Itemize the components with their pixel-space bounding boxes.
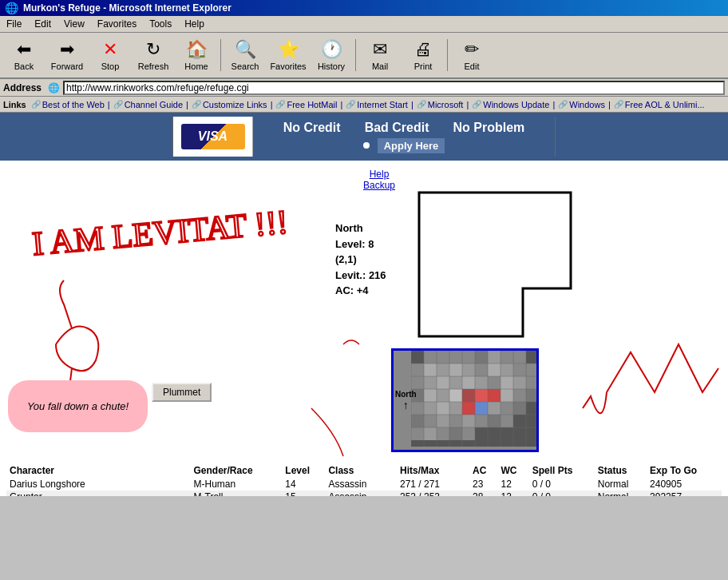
svg-rect-49 (411, 415, 424, 427)
back-button[interactable]: ⬅ Back (3, 34, 45, 76)
link-icon-6: 🔗 (417, 100, 426, 109)
plummet-container: Plummet (152, 383, 212, 402)
edit-button[interactable]: ✏ Edit (451, 34, 493, 76)
svg-rect-42 (437, 402, 449, 415)
svg-rect-8 (500, 351, 513, 363)
table-row: GruntorM-Troll15Assassin253 / 25328130 /… (6, 491, 722, 496)
col-header-gender-race: Gender/Race (191, 463, 283, 478)
svg-rect-17 (500, 363, 513, 376)
backup-link[interactable]: Backup (363, 180, 395, 191)
svg-rect-32 (437, 389, 449, 402)
ad-banner[interactable]: VISA No Credit Bad Credit No Problem App… (0, 113, 728, 161)
svg-rect-23 (449, 376, 462, 389)
edit-icon: ✏ (465, 39, 479, 60)
table-cell: 240905 (647, 478, 722, 491)
link-hotmail[interactable]: 🔗 Free HotMail (275, 100, 337, 109)
home-button[interactable]: 🏠 Home (176, 34, 217, 76)
svg-rect-33 (449, 389, 462, 402)
link-icon-5: 🔗 (346, 100, 355, 109)
link-icon-8: 🔗 (558, 100, 568, 109)
ad-inner: VISA No Credit Bad Credit No Problem App… (172, 117, 556, 157)
link-free-aol[interactable]: 🔗 Free AOL & Unlimi... (614, 100, 705, 109)
message-text: You fall down a chute! (27, 400, 129, 412)
address-label: Address (3, 82, 42, 93)
ad-text: No Credit Bad Credit No Problem Apply He… (253, 117, 555, 157)
svg-rect-25 (475, 376, 488, 389)
home-icon: 🏠 (186, 39, 208, 60)
svg-rect-56 (500, 415, 513, 427)
mail-button[interactable]: ✉ Mail (359, 34, 401, 76)
links-label: Links (3, 100, 26, 109)
north-arrow-icon: ↑ (403, 399, 409, 411)
title-bar: 🌐 Murkon's Refuge - Microsoft Internet E… (0, 0, 728, 16)
svg-rect-24 (462, 376, 475, 389)
svg-rect-18 (513, 363, 526, 376)
link-microsoft[interactable]: 🔗 Microsoft (417, 100, 464, 109)
menu-help[interactable]: Help (181, 18, 208, 30)
col-header-exp: Exp To Go (647, 463, 722, 478)
svg-rect-13 (449, 363, 462, 376)
svg-rect-39 (526, 389, 539, 402)
svg-rect-7 (488, 351, 500, 363)
history-button[interactable]: 🕐 History (311, 34, 352, 76)
favorites-icon: ⭐ (278, 39, 299, 60)
link-channel-guide[interactable]: 🔗 Channel Guide (113, 100, 183, 109)
table-cell: M-Human (191, 478, 283, 491)
print-icon: 🖨 (414, 39, 432, 60)
print-button[interactable]: 🖨 Print (402, 34, 444, 76)
help-link[interactable]: Help (363, 169, 395, 180)
address-input[interactable] (63, 81, 725, 95)
history-icon: 🕐 (321, 39, 342, 60)
svg-rect-37 (500, 389, 513, 402)
svg-rect-16 (488, 363, 500, 376)
separator-2 (355, 39, 356, 71)
svg-rect-38 (513, 389, 526, 402)
svg-rect-4 (449, 351, 462, 363)
stop-icon: ✕ (103, 39, 117, 60)
link-internet-start[interactable]: 🔗 Internet Start (346, 100, 408, 109)
svg-rect-31 (424, 389, 437, 402)
toolbar: ⬅ Back ➡ Forward ✕ Stop ↻ Refresh 🏠 Home… (0, 33, 728, 79)
svg-rect-47 (500, 402, 513, 415)
col-header-character: Character (6, 463, 191, 478)
link-icon-7: 🔗 (472, 100, 481, 109)
table-cell: 292257 (647, 491, 722, 496)
ad-dot (363, 142, 370, 149)
link-customize[interactable]: 🔗 Customize Links (192, 100, 267, 109)
link-windows[interactable]: 🔗 Windows (558, 100, 605, 109)
link-windows-update[interactable]: 🔗 Windows Update (472, 100, 549, 109)
col-header-wc: WC (497, 463, 528, 478)
ad-text-top: No Credit Bad Credit No Problem (283, 121, 525, 135)
char-level: Level: 8 (335, 236, 386, 252)
svg-rect-51 (437, 415, 449, 427)
search-button[interactable]: 🔍 Search (224, 34, 266, 76)
links-bar: Links 🔗 Best of the Web | 🔗 Channel Guid… (0, 97, 728, 113)
svg-rect-12 (437, 363, 449, 376)
plummet-button[interactable]: Plummet (152, 383, 212, 402)
mail-icon: ✉ (373, 39, 387, 60)
svg-rect-19 (526, 363, 539, 376)
svg-rect-28 (513, 376, 526, 389)
ad-apply-text[interactable]: Apply Here (378, 138, 445, 153)
menu-file[interactable]: File (3, 18, 25, 30)
menu-view[interactable]: View (61, 18, 88, 30)
refresh-button[interactable]: ↻ Refresh (133, 34, 174, 76)
menu-edit[interactable]: Edit (31, 18, 54, 30)
svg-rect-22 (437, 376, 449, 389)
svg-rect-3 (437, 351, 449, 363)
table-cell: Assassin (325, 478, 397, 491)
characters-table: Character Gender/Race Level Class Hits/M… (6, 463, 722, 496)
svg-rect-15 (475, 363, 488, 376)
table-cell: Assassin (325, 491, 397, 496)
svg-rect-20 (411, 376, 424, 389)
forward-button[interactable]: ➡ Forward (46, 34, 88, 76)
stop-button[interactable]: ✕ Stop (89, 34, 131, 76)
link-best-of-web[interactable]: 🔗 Best of the Web (31, 100, 105, 109)
favorites-button[interactable]: ⭐ Favorites (267, 34, 309, 76)
svg-rect-11 (424, 363, 437, 376)
characters-table-container: Character Gender/Race Level Class Hits/M… (0, 460, 728, 496)
char-direction: North (335, 220, 386, 236)
svg-rect-43 (449, 402, 462, 415)
menu-favorites[interactable]: Favorites (94, 18, 140, 30)
menu-tools[interactable]: Tools (146, 18, 175, 30)
